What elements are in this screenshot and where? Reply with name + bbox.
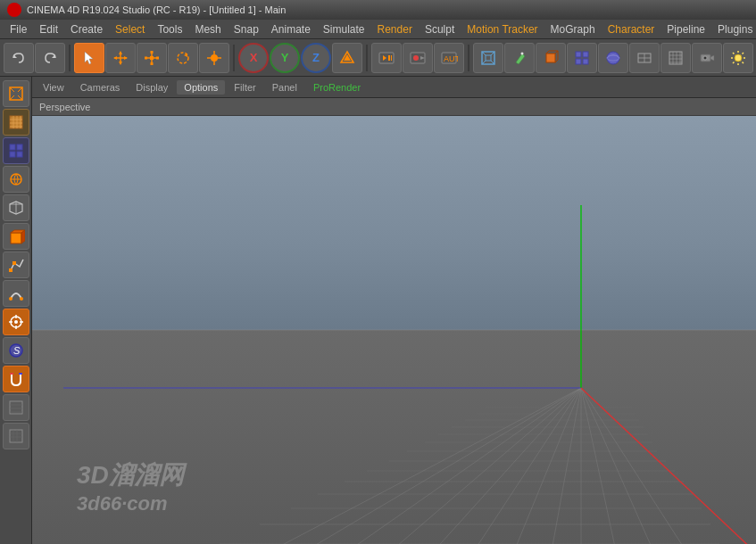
svg-marker-6 — [119, 62, 122, 65]
svg-point-102 — [14, 320, 18, 324]
sep1 — [69, 45, 71, 71]
menu-render[interactable]: Render — [371, 21, 419, 37]
grid2-tool-button[interactable] — [660, 43, 691, 73]
svg-rect-16 — [145, 56, 147, 59]
svg-point-100 — [20, 297, 23, 301]
svg-rect-120 — [32, 116, 756, 330]
left-sidebar: S — [0, 77, 32, 544]
z-axis-button[interactable]: Z — [301, 43, 331, 73]
svg-rect-9 — [150, 56, 154, 60]
svg-point-99 — [9, 297, 12, 301]
title-text: CINEMA 4D R19.024 Studio (RC - R19) - [U… — [27, 4, 286, 15]
svg-text:S: S — [13, 345, 21, 356]
box-primitive-button[interactable] — [3, 194, 29, 221]
viewport-container: View Cameras Display Options Filter Pane… — [32, 77, 756, 544]
svg-rect-94 — [11, 233, 21, 243]
menu-mograph[interactable]: MoGraph — [544, 21, 602, 37]
svg-line-73 — [733, 62, 735, 63]
menu-create[interactable]: Create — [64, 21, 109, 37]
magnet-tool-button[interactable] — [3, 366, 29, 392]
menu-bar: File Edit Create Select Tools Mesh Snap … — [0, 20, 756, 39]
menu-tools[interactable]: Tools — [151, 21, 188, 37]
world-coord-button[interactable] — [332, 43, 362, 73]
svg-marker-8 — [124, 56, 128, 60]
anim-group: AUTO — [371, 43, 464, 73]
svg-rect-48 — [576, 59, 581, 64]
menu-pipeline[interactable]: Pipeline — [660, 21, 711, 37]
svg-line-70 — [733, 53, 735, 54]
svg-text:AUTO: AUTO — [444, 54, 458, 63]
snap-tool-button[interactable] — [3, 309, 29, 335]
undo-redo-group — [4, 43, 65, 73]
svg-rect-121 — [32, 330, 756, 544]
undo-button[interactable] — [4, 43, 34, 73]
menu-snap[interactable]: Snap — [228, 21, 265, 37]
svg-marker-5 — [119, 51, 122, 54]
cameras-tab[interactable]: Cameras — [73, 80, 128, 95]
y-axis-button[interactable]: Y — [270, 43, 300, 73]
light-tool-button[interactable] — [723, 43, 753, 73]
menu-edit[interactable]: Edit — [33, 21, 64, 37]
camera-tool-button[interactable] — [692, 43, 722, 73]
menu-motion-tracker[interactable]: Motion Tracker — [461, 21, 544, 37]
viewport-3d[interactable]: 3D溜溜网 3d66·com — [32, 116, 756, 544]
svg-marker-7 — [113, 56, 117, 60]
path-tool-button[interactable] — [3, 251, 29, 278]
transform-tool-button[interactable] — [199, 43, 229, 73]
menu-file[interactable]: File — [4, 21, 33, 37]
svg-marker-2 — [85, 52, 93, 64]
svg-rect-15 — [151, 62, 154, 65]
symbol-tool-button[interactable]: S — [3, 337, 29, 364]
menu-animate[interactable]: Animate — [265, 21, 317, 37]
menu-mesh[interactable]: Mesh — [188, 21, 227, 37]
sphere-tool-button[interactable] — [598, 43, 628, 73]
rotate-tool-button[interactable] — [168, 43, 198, 73]
sep3 — [366, 45, 368, 71]
menu-character[interactable]: Character — [602, 21, 661, 37]
perspective-label: Perspective — [32, 98, 756, 116]
network-mode-button[interactable] — [3, 166, 29, 193]
select-tool-button[interactable] — [74, 43, 104, 73]
svg-rect-43 — [546, 54, 555, 62]
grid3-tool-button[interactable] — [3, 423, 29, 449]
svg-rect-88 — [10, 152, 15, 157]
menu-plugins[interactable]: Plugins — [711, 21, 756, 37]
svg-point-50 — [607, 52, 619, 64]
auto-keyframe-button[interactable]: AUTO — [434, 43, 464, 73]
svg-rect-87 — [17, 144, 22, 150]
svg-point-20 — [211, 54, 218, 62]
perspective-text: Perspective — [39, 102, 90, 112]
texture-mode-button[interactable] — [3, 109, 29, 136]
scale-tool-button[interactable] — [137, 43, 167, 73]
view-tab[interactable]: View — [36, 80, 71, 95]
perspective-view-button[interactable] — [473, 43, 503, 73]
app-icon — [7, 3, 21, 17]
x-axis-button[interactable]: X — [238, 43, 269, 73]
menu-simulate[interactable]: Simulate — [317, 21, 371, 37]
axis-group: X Y Z — [238, 43, 362, 73]
options-tab[interactable]: Options — [177, 80, 225, 95]
filter-tab[interactable]: Filter — [227, 80, 262, 95]
cube-solid-button[interactable] — [3, 223, 29, 250]
keyframe-button[interactable] — [371, 43, 402, 73]
texture2-tool-button[interactable] — [3, 394, 29, 421]
object-mode-button[interactable] — [3, 80, 29, 107]
redo-button[interactable] — [35, 43, 65, 73]
sep4 — [468, 45, 469, 71]
bend-tool-button[interactable] — [3, 280, 29, 307]
record-button[interactable] — [403, 43, 433, 73]
grid-mode-button[interactable] — [3, 137, 29, 164]
view-group — [473, 43, 753, 73]
grid-tool-button[interactable] — [567, 43, 597, 73]
svg-point-64 — [703, 56, 707, 60]
svg-point-65 — [735, 54, 742, 62]
panel-tab[interactable]: Panel — [265, 80, 304, 95]
prorender-tab[interactable]: ProRender — [306, 80, 368, 95]
display-tab[interactable]: Display — [129, 80, 175, 95]
pen-tool-button[interactable] — [504, 43, 535, 73]
move-tool-button[interactable] — [105, 43, 136, 73]
box-tool-button[interactable] — [536, 43, 566, 73]
menu-sculpt[interactable]: Sculpt — [419, 21, 461, 37]
flat-tool-button[interactable] — [629, 43, 660, 73]
menu-select[interactable]: Select — [109, 21, 151, 37]
